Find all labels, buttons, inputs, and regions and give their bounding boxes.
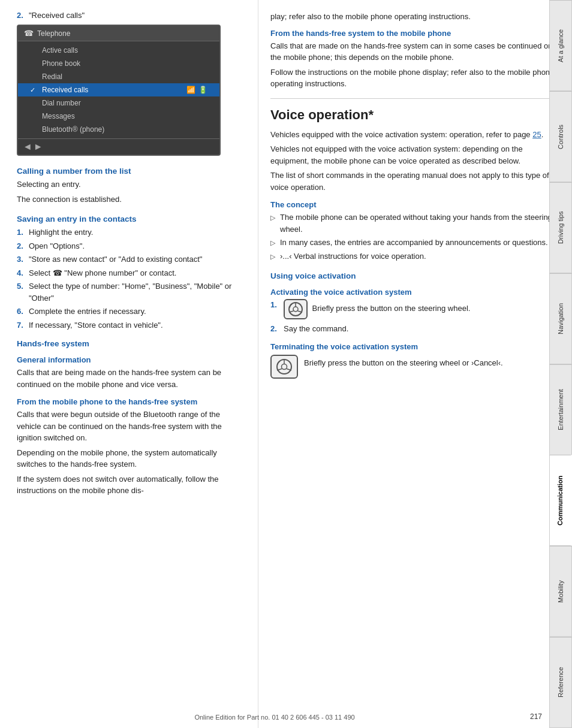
activating-step-2: 2. Say the command. [270,323,560,335]
saving-step-7: 7. If necessary, "Store contact in vehic… [17,319,246,331]
checkmark-icon: ✓ [30,86,35,94]
voice-intro1: Vehicles equipped with the voice activat… [270,129,560,141]
phone-menu-item-phonebook[interactable]: Phone book [18,57,219,70]
phone-menu-item-bluetooth[interactable]: Bluetooth® (phone) [18,123,219,136]
page-link[interactable]: 25 [532,130,541,139]
tab-at-a-glance[interactable]: At a glance [549,0,572,91]
phone-menu-item-active-calls[interactable]: Active calls [18,44,219,57]
phone-ui-mockup: ☎ Telephone Active calls Phone book Redi… [17,25,221,156]
step-num-2: 2. [270,323,279,335]
if-system-text: If the system does not switch over autom… [17,473,246,497]
bullet-arrow-icon: ▷ [270,238,276,248]
terminating-heading: Terminating the voice activation system [270,342,560,351]
phone-header-icon: ☎ [24,29,34,38]
phone-ui-header: ☎ Telephone [18,26,219,41]
phone-menu-item-redial[interactable]: Redial [18,70,219,83]
phone-menu-label: Bluetooth® (phone) [42,125,104,134]
phone-menu-icons: 📶 🔋 [186,86,207,94]
concept-bullets-list: ▷ The mobile phone can be operated witho… [270,212,560,262]
voice-intro3: The list of short commands in the operat… [270,170,560,193]
phone-menu-item-received[interactable]: ✓ Received calls 📶 🔋 [18,83,219,96]
concept-bullet-3: ▷ ›...‹ Verbal instructions for voice op… [270,250,560,262]
page-footer: Online Edition for Part no. 01 40 2 606 … [0,714,549,721]
battery-icon: 🔋 [198,86,207,94]
concept-bullet-1: ▷ The mobile phone can be operated witho… [270,212,560,235]
tab-mobility[interactable]: Mobility [549,546,572,637]
phone-nav-arrows: ◄ ► [23,141,43,152]
depending-text: Depending on the mobile phone, the syste… [17,447,246,470]
signal-icon: 📶 [186,86,195,94]
saving-step-4: 4. Select ☎ "New phone number" or contac… [17,267,246,279]
phone-menu-label: Received calls [42,86,88,94]
tab-controls[interactable]: Controls [549,91,572,182]
saving-step-2: 2. Open "Options". [17,240,246,252]
activating-heading: Activating the voice activation system [270,288,560,297]
phone-header-title: Telephone [37,29,70,38]
activating-step-1: 1. Briefly press the button on the steer… [270,299,560,319]
phone-menu: Active calls Phone book Redial ✓ Receive… [18,41,219,138]
using-heading: Using voice activation [270,271,560,280]
calling-heading: Calling a number from the list [17,167,246,176]
saving-heading: Saving an entry in the contacts [17,215,246,223]
continued-text: play; refer also to the mobile phone ope… [270,11,560,23]
page-number: 217 [530,712,542,721]
arrow-right-icon: ► [34,141,43,152]
tab-entertainment[interactable]: Entertainment [549,364,572,455]
from-handsfree-heading: From the hands-free system to the mobile… [270,29,560,38]
from-handsfree-text2: Follow the instructions on the mobile ph… [270,67,560,90]
left-column: 2. "Received calls" ☎ Telephone Active c… [0,0,258,728]
saving-step-1: 1. Highlight the entry. [17,226,246,238]
step-2-number: 2. [17,11,25,20]
tab-communication[interactable]: Communication [549,455,572,546]
step-2-text: "Received calls" [29,11,85,20]
phone-menu-label: Redial [42,73,62,81]
steering-wheel-icon [284,299,308,319]
handsfree-heading: Hands-free system [17,339,246,348]
svg-point-1 [293,307,298,312]
bullet-arrow-icon: ▷ [270,252,276,262]
phone-menu-label: Phone book [42,59,80,68]
right-column: play; refer also to the mobile phone ope… [258,0,572,728]
phone-menu-label: Dial number [42,99,81,107]
svg-point-6 [282,364,287,369]
voice-intro2: Vehicles not equipped with the voice act… [270,143,560,167]
terminate-icon-box [270,355,298,379]
page-container: 2. "Received calls" ☎ Telephone Active c… [0,0,572,728]
from-mobile-heading: From the mobile phone to the hands-free … [17,397,246,406]
footer-text: Online Edition for Part no. 01 40 2 606 … [194,714,354,721]
arrow-left-icon: ◄ [23,141,32,152]
general-heading: General information [17,355,246,364]
tab-reference[interactable]: Reference [549,637,572,728]
side-tabs: At a glance Controls Driving tips Naviga… [549,0,572,728]
saving-step-3: 3. "Store as new contact" or "Add to exi… [17,253,246,265]
saving-step-5: 5. Select the type of number: "Home", "B… [17,280,246,304]
step-2-intro: 2. "Received calls" [17,11,246,20]
from-handsfree-text1: Calls that are made on the hands-free sy… [270,40,560,64]
phone-menu-item-messages[interactable]: Messages [18,110,219,123]
tab-navigation[interactable]: Navigation [549,273,572,364]
step-num-1: 1. [270,299,279,311]
calling-text1: Selecting an entry. [17,179,246,191]
concept-heading: The concept [270,200,560,209]
general-text: Calls that are being made on the hands-f… [17,367,246,390]
phone-menu-label: Active calls [42,46,78,55]
saving-step-6: 6. Complete the entries if necessary. [17,306,246,318]
tab-driving-tips[interactable]: Driving tips [549,182,572,273]
from-mobile-text: Calls that were begun outside of the Blu… [17,409,246,444]
bullet-arrow-icon: ▷ [270,213,276,223]
calling-text2: The connection is established. [17,194,246,206]
phone-menu-item-dial[interactable]: Dial number [18,96,219,110]
saving-steps-list: 1. Highlight the entry. 2. Open "Options… [17,226,246,331]
voice-heading: Voice operation* [270,107,560,123]
terminate-box: Briefly press the button on the steering… [270,355,560,379]
concept-bullet-2: ▷ In many cases, the entries are accompa… [270,237,560,249]
terminating-text: Briefly press the button on the steering… [304,355,503,369]
phone-menu-label: Messages [42,112,75,120]
section-divider [270,98,560,99]
phone-menu-bottom: ◄ ► [18,138,219,155]
